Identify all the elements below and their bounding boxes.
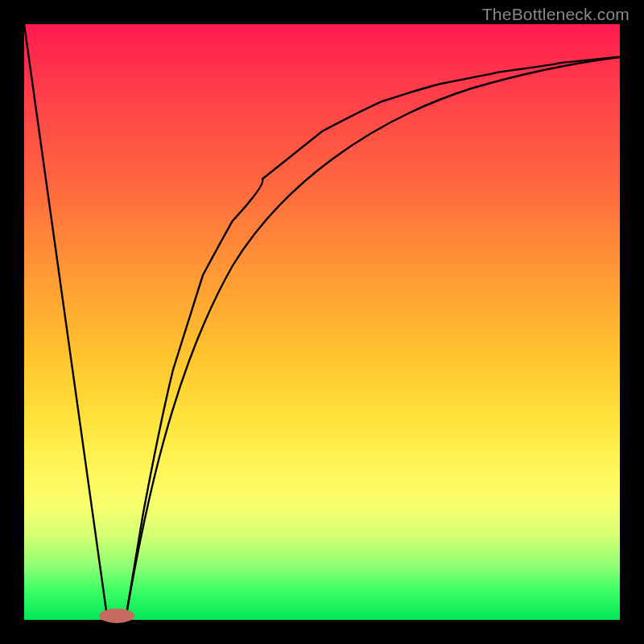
watermark-text: TheBottleneck.com bbox=[482, 5, 630, 24]
left-curve bbox=[24, 24, 108, 620]
chart-frame: TheBottleneck.com bbox=[0, 0, 644, 644]
plot-area bbox=[24, 24, 620, 620]
right-curve-smooth bbox=[126, 57, 620, 620]
bottleneck-marker bbox=[99, 609, 134, 623]
curve-layer bbox=[24, 24, 620, 620]
right-curve bbox=[126, 57, 620, 620]
